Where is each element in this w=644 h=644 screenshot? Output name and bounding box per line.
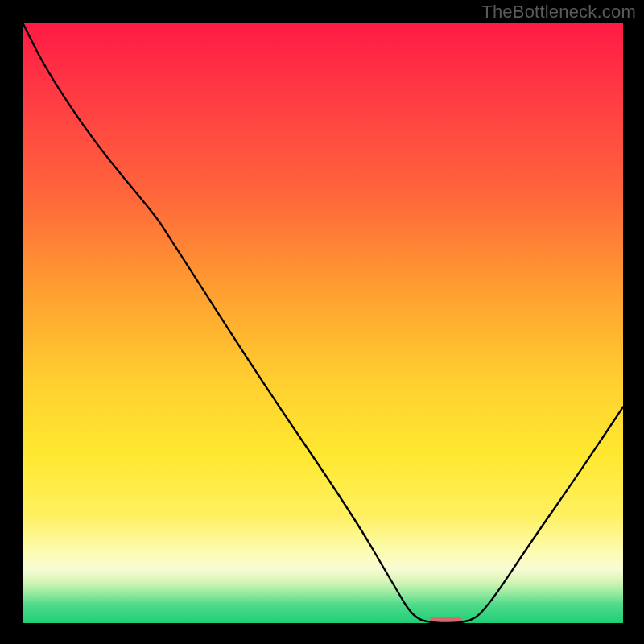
bottleneck-curve	[23, 23, 623, 623]
chart-frame: TheBottleneck.com	[0, 0, 644, 644]
plot-area	[23, 23, 623, 623]
watermark-text: TheBottleneck.com	[481, 2, 636, 23]
